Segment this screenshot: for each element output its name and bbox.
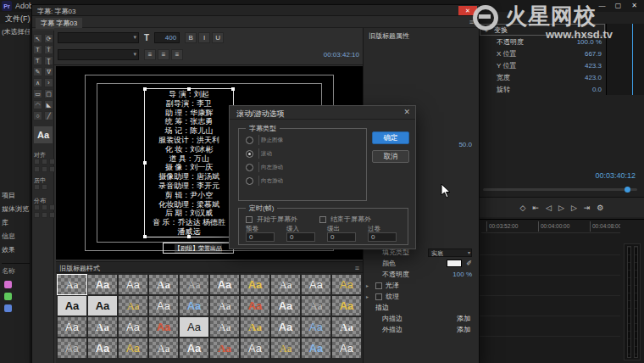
credits-text-box[interactable]: 导 演：刘起副导演：李卫助 理：华康辉统 筹：张志勇场 记：陈儿山服装设计：洪天… xyxy=(144,88,234,237)
type-tool[interactable]: T xyxy=(33,45,42,54)
skip-back-icon[interactable]: ⇤ xyxy=(532,204,539,212)
panel-menu-icon[interactable]: ≡ xyxy=(469,18,474,26)
style-swatch[interactable]: Aa xyxy=(271,296,300,316)
timing-checkbox[interactable]: ✓ 结束于屏幕外 xyxy=(319,215,371,224)
style-swatch[interactable]: Aa xyxy=(88,317,117,337)
path-type-tool[interactable]: Ƭ xyxy=(33,56,42,65)
distribute-button[interactable] xyxy=(49,212,55,218)
scrubber-playhead[interactable] xyxy=(625,187,630,193)
ok-button[interactable]: 确定 xyxy=(372,131,409,144)
effect-property-row[interactable]: ▸ 不透明度 100.0 % xyxy=(480,36,605,47)
fill-opacity-value[interactable]: 100 % xyxy=(452,271,472,278)
property-value[interactable]: 50.0 xyxy=(458,141,472,148)
panel-tab[interactable]: 库 xyxy=(2,218,30,227)
rotation-tool[interactable]: ⟳ xyxy=(44,34,53,43)
align-button[interactable] xyxy=(34,159,40,165)
style-swatch[interactable]: Aa xyxy=(210,317,239,337)
ellipse-tool[interactable]: ○ xyxy=(33,111,42,120)
style-swatch[interactable]: Aa xyxy=(58,296,86,316)
footer-text-box[interactable]: 【剧组】荣誉出品 xyxy=(163,243,234,254)
delete-anchor-point-tool[interactable]: ∧ xyxy=(33,78,42,87)
dialog-close-button[interactable]: ✕ xyxy=(403,108,410,116)
settings-icon[interactable]: ⚙ xyxy=(597,204,603,212)
style-swatch[interactable]: Aa xyxy=(180,296,208,316)
timing-input[interactable]: 0 xyxy=(368,232,397,242)
effect-timeline-lane[interactable] xyxy=(606,24,644,95)
background-video-timecode[interactable]: 00:03:42:10 xyxy=(324,51,359,59)
panel-tab[interactable]: 效果 xyxy=(2,245,30,254)
skip-forward-icon[interactable]: ⇥ xyxy=(584,204,591,212)
font-style-select[interactable]: ▾ xyxy=(58,49,139,60)
style-swatch[interactable]: Aa xyxy=(332,275,361,294)
maximize-button[interactable]: ▢ xyxy=(610,0,626,11)
timing-input[interactable]: 0 xyxy=(327,232,356,242)
style-swatch[interactable]: Aa xyxy=(149,338,178,358)
style-swatch[interactable]: Aa xyxy=(332,338,361,358)
style-swatch[interactable]: Aa xyxy=(180,275,208,294)
property-value[interactable]: 423.0 xyxy=(585,74,602,81)
align-button[interactable] xyxy=(42,166,47,172)
align-button[interactable] xyxy=(42,159,47,165)
style-swatch[interactable]: Aa xyxy=(241,317,269,337)
style-swatch[interactable]: Aa xyxy=(302,338,330,358)
property-value[interactable]: 0.0 xyxy=(592,86,602,93)
panel-tab[interactable]: 项目 xyxy=(2,191,30,200)
timing-checkbox[interactable]: ✓ 开始于屏幕外 xyxy=(246,215,297,224)
style-swatch[interactable]: Aa xyxy=(210,338,239,358)
style-swatch[interactable]: Aa xyxy=(119,275,147,294)
add-inner-stroke-button[interactable]: 添加 xyxy=(457,314,470,323)
sheen-checkbox[interactable]: ✓ xyxy=(375,282,382,289)
style-swatch[interactable]: Aa xyxy=(210,296,239,316)
title-type-radio[interactable]: 向左游动 xyxy=(246,163,305,171)
fill-color-swatch[interactable] xyxy=(447,260,462,267)
style-swatch[interactable]: Aa xyxy=(271,338,300,358)
monitor-scrubber[interactable] xyxy=(483,188,637,191)
style-swatch[interactable]: Aa xyxy=(302,275,330,294)
effect-property-row[interactable]: ▸ Y 位置 423.3 xyxy=(480,59,605,71)
style-swatch[interactable]: Aa xyxy=(58,275,86,294)
style-swatch[interactable]: Aa xyxy=(210,275,239,294)
property-value[interactable]: 667.9 xyxy=(585,50,602,58)
line-tool[interactable]: ╱ xyxy=(44,111,53,120)
style-swatch[interactable]: Aa xyxy=(119,296,147,316)
wedge-tool[interactable]: ◣ xyxy=(44,100,53,109)
distribute-button[interactable] xyxy=(42,212,47,218)
property-value[interactable]: 100.0 % xyxy=(577,38,602,46)
menu-file[interactable]: 文件(F) xyxy=(5,14,31,25)
style-swatch[interactable]: Aa xyxy=(88,338,117,358)
style-swatch[interactable]: Aa xyxy=(271,275,300,294)
style-swatch[interactable]: Aa xyxy=(241,338,269,358)
fill-type-select[interactable]: 实底 ▾ xyxy=(428,249,472,257)
play-icon[interactable]: ▷ xyxy=(558,204,564,212)
timing-input[interactable]: 0 xyxy=(246,232,275,242)
align-right-button[interactable]: ≡ xyxy=(171,49,183,60)
label-color-chip[interactable] xyxy=(4,293,12,300)
property-value[interactable]: 423.3 xyxy=(585,62,602,70)
cancel-button[interactable]: 取消 xyxy=(372,150,409,163)
selection-tool[interactable]: ↖ xyxy=(33,34,42,43)
title-type-radio[interactable]: 滚动 xyxy=(246,149,305,158)
label-color-chip[interactable] xyxy=(4,281,12,288)
playhead[interactable] xyxy=(632,24,633,95)
center-button[interactable] xyxy=(42,184,47,190)
style-swatch[interactable]: Aa xyxy=(119,317,147,337)
source-monitor-tab[interactable]: (未选择任何剪辑) xyxy=(2,27,30,36)
title-type-radio[interactable]: 向右游动 xyxy=(246,176,305,185)
style-swatch[interactable]: Aa xyxy=(332,317,361,337)
style-swatch[interactable]: Aa xyxy=(149,296,178,316)
effect-property-row[interactable]: ▸ 变换 xyxy=(480,24,605,36)
timeline-ruler[interactable]: 00:03:52:0000:04:00:0000:04:08:0000:04:1… xyxy=(481,221,620,233)
arc-tool[interactable]: ◠ xyxy=(33,100,42,109)
add-outer-stroke-button[interactable]: 添加 xyxy=(457,325,470,334)
rounded-rectangle-tool[interactable]: ▢ xyxy=(44,89,53,98)
pen-tool[interactable]: ✎ xyxy=(33,67,42,76)
center-button[interactable] xyxy=(34,184,40,190)
panel-tab[interactable]: 信息 xyxy=(2,232,30,241)
distribute-button[interactable] xyxy=(34,204,40,210)
font-size-value[interactable]: 400 xyxy=(154,32,180,43)
style-swatch[interactable]: Aa xyxy=(149,275,178,294)
convert-anchor-point-tool[interactable]: › xyxy=(44,78,53,87)
style-swatch[interactable]: Aa xyxy=(58,338,86,358)
distribute-button[interactable] xyxy=(34,212,40,218)
minimize-button[interactable]: — xyxy=(594,0,610,11)
